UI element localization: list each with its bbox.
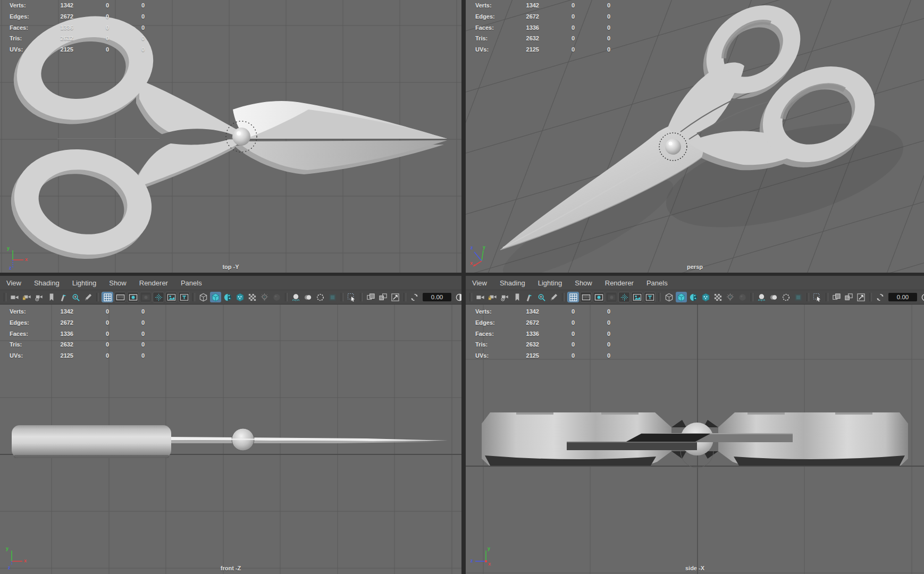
panel-menubar: View Shading Lighting Show Renderer Pane…	[0, 276, 461, 290]
menu-shading[interactable]: Shading	[34, 279, 60, 287]
grease-pencil-icon[interactable]	[548, 292, 559, 302]
resolution-gate-icon[interactable]	[593, 292, 604, 302]
zoom-region-icon[interactable]	[70, 292, 81, 302]
isolate-select-icon[interactable]	[831, 292, 842, 302]
toolbar-separator	[341, 293, 343, 301]
wireframe-icon[interactable]	[663, 292, 675, 302]
lighting-icon[interactable]	[725, 292, 736, 302]
motion-blur-icon[interactable]	[768, 292, 779, 302]
bookmark-icon[interactable]	[511, 292, 523, 302]
menu-show[interactable]: Show	[575, 279, 592, 287]
use-default-material-icon[interactable]	[247, 292, 258, 302]
isolate-add-icon[interactable]	[377, 292, 389, 302]
multisampling-icon[interactable]	[793, 292, 804, 302]
pivot-screw	[665, 139, 681, 155]
toolbar-separator	[826, 293, 828, 301]
toolbar-separator	[96, 293, 99, 301]
wireframe-on-shaded-icon[interactable]	[234, 292, 246, 302]
wireframe-icon[interactable]	[198, 292, 209, 302]
multisampling-icon[interactable]	[327, 292, 338, 302]
object-selection-icon[interactable]	[346, 292, 357, 302]
viewport-side[interactable]: Verts:134200 Edges:267200 Faces:133600 T…	[466, 305, 924, 574]
menu-lighting[interactable]: Lighting	[538, 279, 562, 287]
anti-aliasing-icon[interactable]	[780, 292, 792, 302]
lock-camera-icon[interactable]	[21, 292, 32, 302]
lock-camera-icon[interactable]	[487, 292, 498, 302]
wireframe-on-shaded-icon[interactable]	[700, 292, 711, 302]
menu-view[interactable]: View	[6, 279, 21, 287]
grid-icon[interactable]	[102, 292, 113, 302]
blade-bar-lower	[567, 442, 697, 450]
grid-icon[interactable]	[567, 292, 579, 302]
contrast-icon[interactable]	[920, 292, 924, 302]
safe-title-icon[interactable]	[644, 292, 656, 302]
anti-aliasing-icon[interactable]	[315, 292, 326, 302]
zoom-region-icon[interactable]	[536, 292, 547, 302]
motion-blur-icon[interactable]	[303, 292, 314, 302]
field-chart-icon[interactable]	[618, 292, 630, 302]
select-camera-icon[interactable]	[9, 292, 20, 302]
exposure-icon[interactable]	[409, 292, 420, 302]
film-gate-icon[interactable]	[580, 292, 592, 302]
bookmark-icon[interactable]	[46, 292, 57, 302]
exposure-field[interactable]: 0.00	[888, 293, 917, 301]
scissors-model-front	[12, 425, 448, 458]
menu-renderer[interactable]: Renderer	[605, 279, 634, 287]
field-chart-icon[interactable]	[153, 292, 164, 302]
menu-show[interactable]: Show	[109, 279, 127, 287]
menu-lighting[interactable]: Lighting	[72, 279, 97, 287]
use-default-material-icon[interactable]	[712, 292, 724, 302]
pan-zoom-icon[interactable]	[58, 292, 69, 302]
panel-chrome-left: View Shading Lighting Show Renderer Pane…	[0, 273, 461, 305]
safe-title-icon[interactable]	[178, 292, 190, 302]
safe-action-icon[interactable]	[631, 292, 643, 302]
exposure-field[interactable]: 0.00	[423, 293, 451, 301]
menu-renderer[interactable]: Renderer	[139, 279, 168, 287]
viewport-persp[interactable]: Verts:134200 Edges:267200 Faces:133600 T…	[466, 0, 924, 273]
toolbar-separator	[469, 293, 472, 301]
select-camera-icon[interactable]	[475, 292, 486, 302]
ambient-occlusion-icon[interactable]	[756, 292, 767, 302]
resolution-gate-icon[interactable]	[127, 292, 139, 302]
textured-icon[interactable]	[222, 292, 233, 302]
safe-action-icon[interactable]	[165, 292, 177, 302]
shadows-icon[interactable]	[737, 292, 748, 302]
toolbar-separator	[360, 293, 363, 301]
xray-icon[interactable]	[390, 292, 401, 302]
camera-attributes-icon[interactable]	[33, 292, 45, 302]
menu-view[interactable]: View	[472, 279, 487, 287]
viewport-top[interactable]: Verts:134200 Edges:267200 Faces:133600 T…	[0, 0, 461, 273]
camera-attributes-icon[interactable]	[499, 292, 510, 302]
toolbar-separator	[807, 293, 809, 301]
menu-panels[interactable]: Panels	[646, 279, 668, 287]
toolbar-separator	[404, 293, 406, 301]
gate-mask-icon[interactable]	[140, 292, 152, 302]
shaded-icon[interactable]	[676, 292, 687, 302]
isolate-add-icon[interactable]	[843, 292, 854, 302]
lighting-icon[interactable]	[259, 292, 270, 302]
shadows-icon[interactable]	[271, 292, 282, 302]
menu-shading[interactable]: Shading	[500, 279, 525, 287]
pan-zoom-icon[interactable]	[524, 292, 535, 302]
film-gate-icon[interactable]	[114, 292, 126, 302]
ambient-occlusion-icon[interactable]	[290, 292, 301, 302]
shaded-icon[interactable]	[210, 292, 221, 302]
panel-toolbar: 0.00 1.00 ON sRGB gamm	[466, 290, 924, 305]
textured-icon[interactable]	[688, 292, 699, 302]
pivot-screw	[232, 128, 250, 146]
toolbar-separator	[4, 293, 6, 301]
isolate-select-icon[interactable]	[365, 292, 376, 302]
gate-mask-icon[interactable]	[606, 292, 617, 302]
xray-icon[interactable]	[855, 292, 867, 302]
scissors-model-persp	[493, 0, 914, 273]
viewport-front-canvas	[0, 305, 461, 574]
handle-profile	[12, 425, 171, 458]
exposure-icon[interactable]	[875, 292, 886, 302]
menu-panels[interactable]: Panels	[181, 279, 202, 287]
toolbar-separator	[285, 293, 288, 301]
grease-pencil-icon[interactable]	[82, 292, 94, 302]
viewport-front[interactable]: Verts:134200 Edges:267200 Faces:133600 T…	[0, 305, 461, 574]
object-selection-icon[interactable]	[812, 292, 823, 302]
panel-menubar: View Shading Lighting Show Renderer Pane…	[466, 276, 924, 290]
contrast-icon[interactable]	[454, 292, 461, 302]
